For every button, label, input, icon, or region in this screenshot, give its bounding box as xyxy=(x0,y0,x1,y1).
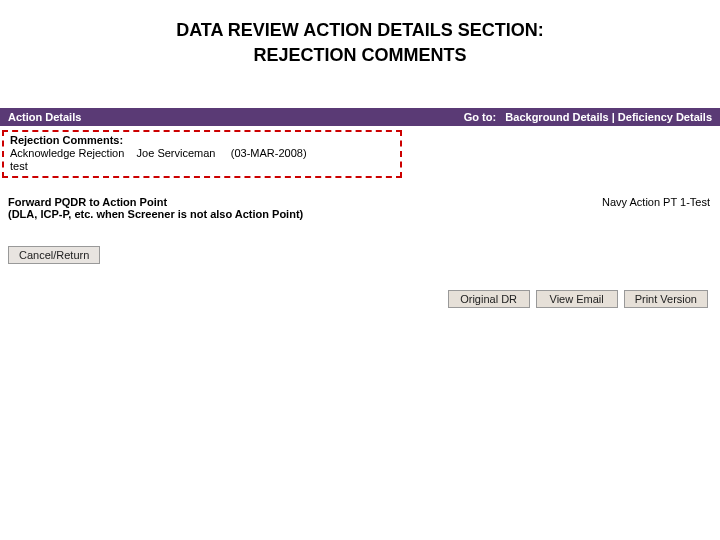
print-version-button[interactable]: Print Version xyxy=(624,290,708,308)
original-dr-button[interactable]: Original DR xyxy=(448,290,530,308)
forward-title: Forward PQDR to Action Point xyxy=(8,196,303,208)
content-area: Rejection Comments: Acknowledge Rejectio… xyxy=(0,126,720,308)
rejection-ack-label: Acknowledge Rejection xyxy=(10,147,124,159)
deficiency-details-link[interactable]: Deficiency Details xyxy=(618,111,712,123)
forward-right-value: Navy Action PT 1-Test xyxy=(602,196,712,220)
page-heading: DATA REVIEW ACTION DETAILS SECTION: REJE… xyxy=(0,0,720,68)
cancel-row: Cancel/Return xyxy=(8,246,712,264)
rejection-line-1: Acknowledge Rejection Joe Serviceman (03… xyxy=(10,147,394,159)
rejection-line-2: test xyxy=(10,160,394,172)
rejection-date: (03-MAR-2008) xyxy=(231,147,307,159)
action-details-header: Action Details Go to: Background Details… xyxy=(0,108,720,126)
forward-row: Forward PQDR to Action Point (DLA, ICP-P… xyxy=(8,196,712,220)
rejection-comments-title: Rejection Comments: xyxy=(10,134,394,146)
rejection-user-name: Joe Serviceman xyxy=(137,147,216,159)
cancel-return-button[interactable]: Cancel/Return xyxy=(8,246,100,264)
view-email-button[interactable]: View Email xyxy=(536,290,618,308)
bottom-button-row: Original DR View Email Print Version xyxy=(8,290,712,308)
goto-label: Go to: xyxy=(464,111,496,123)
heading-line1: DATA REVIEW ACTION DETAILS SECTION: xyxy=(0,18,720,43)
forward-subtitle: (DLA, ICP-P, etc. when Screener is not a… xyxy=(8,208,303,220)
heading-line2: REJECTION COMMENTS xyxy=(0,43,720,68)
section-title: Action Details xyxy=(8,111,81,123)
rejection-comments-box: Rejection Comments: Acknowledge Rejectio… xyxy=(2,130,402,178)
background-details-link[interactable]: Background Details xyxy=(505,111,608,123)
section-nav: Go to: Background Details | Deficiency D… xyxy=(464,111,712,123)
forward-left: Forward PQDR to Action Point (DLA, ICP-P… xyxy=(8,196,303,220)
